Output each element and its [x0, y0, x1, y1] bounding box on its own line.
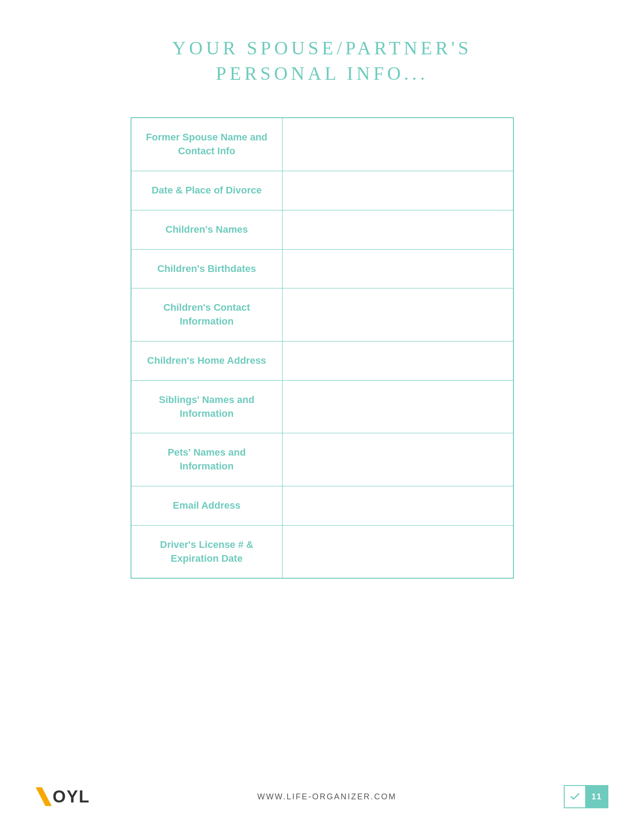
table-row: Date & Place of Divorce — [131, 171, 513, 210]
row-label: Children's Home Address — [131, 341, 283, 380]
page-number-box: 11 — [564, 785, 608, 808]
checkmark-icon — [569, 791, 581, 802]
logo-mark — [36, 787, 53, 806]
logo-text: OYL — [53, 787, 90, 806]
row-label: Email Address — [131, 486, 283, 525]
table-row: Driver's License # & Expiration Date — [131, 525, 513, 578]
row-label: Date & Place of Divorce — [131, 171, 283, 210]
table-row: Pets' Names and Information — [131, 433, 513, 486]
page: YOUR SPOUSE/PARTNER'S PERSONAL INFO... F… — [0, 0, 644, 835]
table-row: Email Address — [131, 486, 513, 525]
row-value[interactable] — [282, 433, 513, 486]
row-value[interactable] — [282, 210, 513, 249]
table-row: Children's Contact Information — [131, 288, 513, 341]
table-row: Children's Birthdates — [131, 249, 513, 288]
row-label: Children's Birthdates — [131, 249, 283, 288]
row-value[interactable] — [282, 249, 513, 288]
table-row: Siblings' Names and Information — [131, 380, 513, 433]
table-row: Children's Names — [131, 210, 513, 249]
page-number: 11 — [586, 786, 607, 807]
info-table: Former Spouse Name and Contact InfoDate … — [131, 117, 514, 579]
row-label: Driver's License # & Expiration Date — [131, 525, 283, 578]
row-label: Former Spouse Name and Contact Info — [131, 118, 283, 171]
svg-marker-0 — [36, 787, 52, 806]
checkmark-icon-box — [565, 786, 586, 807]
row-label: Pets' Names and Information — [131, 433, 283, 486]
row-value[interactable] — [282, 341, 513, 380]
table-row: Former Spouse Name and Contact Info — [131, 118, 513, 171]
row-value[interactable] — [282, 288, 513, 341]
row-value[interactable] — [282, 486, 513, 525]
row-value[interactable] — [282, 171, 513, 210]
row-value[interactable] — [282, 525, 513, 578]
row-label: Children's Names — [131, 210, 283, 249]
row-value[interactable] — [282, 380, 513, 433]
page-title: YOUR SPOUSE/PARTNER'S PERSONAL INFO... — [172, 36, 472, 86]
row-value[interactable] — [282, 118, 513, 171]
logo: OYL — [36, 787, 90, 806]
footer-url: WWW.LIFE-ORGANIZER.COM — [257, 792, 396, 802]
table-row: Children's Home Address — [131, 341, 513, 380]
row-label: Children's Contact Information — [131, 288, 283, 341]
footer: OYL WWW.LIFE-ORGANIZER.COM 11 — [0, 785, 644, 808]
row-label: Siblings' Names and Information — [131, 380, 283, 433]
